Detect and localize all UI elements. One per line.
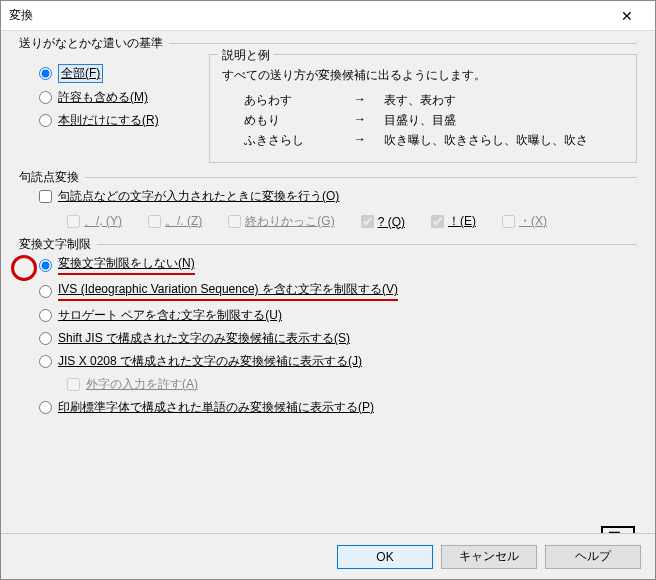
punct-y-check	[67, 215, 80, 228]
button-bar: OK キャンセル ヘルプ	[1, 533, 655, 579]
annotation-circle-icon	[11, 255, 37, 281]
okurigana-main-label[interactable]: 本則だけにする(R)	[58, 112, 159, 129]
divider	[19, 244, 637, 245]
okurigana-main-radio[interactable]	[39, 114, 52, 127]
charlimit-ivs-label[interactable]: IVS (Ideographic Variation Sequence) を含む…	[58, 281, 398, 301]
close-button[interactable]: ✕	[607, 2, 647, 30]
okurigana-permit-radio[interactable]	[39, 91, 52, 104]
charlimit-print-radio[interactable]	[39, 401, 52, 414]
punct-e-label: ！(E)	[448, 213, 476, 230]
window-title: 変換	[9, 7, 607, 24]
help-button[interactable]: ヘルプ	[545, 545, 641, 569]
charlimit-jis-label[interactable]: JIS X 0208 で構成された文字のみ変換候補に表示する(J)	[58, 353, 362, 370]
content-area: 送りがなとかな遣いの基準 全部(F) 許容も含める(M)	[1, 31, 655, 533]
punct-g-check	[228, 215, 241, 228]
charlimit-none-label[interactable]: 変換文字制限をしない(N)	[58, 255, 195, 275]
titlebar: 変換 ✕	[1, 1, 655, 31]
punctuation-group: 句読点変換 句読点などの文字が入力されたときに変換を行う(O) 、/, (Y) …	[19, 177, 637, 230]
charlimit-gaiji-label: 外字の入力を許す(A)	[86, 376, 198, 393]
charlimit-gaiji-check	[67, 378, 80, 391]
example-row: ふきさらし → 吹き曝し、吹きさらし、吹曝し、吹さ	[244, 132, 624, 149]
punct-q-label: ? (Q)	[378, 215, 405, 229]
explain-title: 説明と例	[218, 47, 274, 64]
okurigana-permit-label[interactable]: 許容も含める(M)	[58, 89, 148, 106]
example-row: めもり → 目盛り、目盛	[244, 112, 624, 129]
punct-x-label: ・(X)	[519, 213, 547, 230]
charlimit-jis-radio[interactable]	[39, 355, 52, 368]
explain-intro: すべての送り方が変換候補に出るようにします。	[222, 67, 624, 84]
punct-x-check	[502, 215, 515, 228]
example-table: あらわす → 表す、表わす めもり → 目盛り、目盛	[244, 92, 624, 149]
okurigana-group: 送りがなとかな遣いの基準 全部(F) 許容も含める(M)	[19, 43, 637, 163]
charlimit-surrogate-label[interactable]: サロゲート ペアを含む文字を制限する(U)	[58, 307, 282, 324]
punct-convert-check[interactable]	[39, 190, 52, 203]
figure-label: 図3	[601, 526, 635, 533]
cancel-button[interactable]: キャンセル	[441, 545, 537, 569]
okurigana-all-label[interactable]: 全部(F)	[58, 64, 103, 83]
charlimit-header: 変換文字制限	[19, 236, 97, 253]
divider	[19, 177, 637, 178]
okurigana-all-radio[interactable]	[39, 67, 52, 80]
charlimit-sjis-label[interactable]: Shift JIS で構成された文字のみ変換候補に表示する(S)	[58, 330, 350, 347]
punct-z-label: 。/. (Z)	[165, 213, 202, 230]
charlimit-none-radio[interactable]	[39, 259, 52, 272]
punctuation-header: 句読点変換	[19, 169, 85, 186]
punct-e-check	[431, 215, 444, 228]
punct-convert-label[interactable]: 句読点などの文字が入力されたときに変換を行う(O)	[58, 188, 339, 205]
example-row: あらわす → 表す、表わす	[244, 92, 624, 109]
charlimit-sjis-radio[interactable]	[39, 332, 52, 345]
charlimit-group: 変換文字制限 変換文字制限をしない(N) IVS (Ideographic Va…	[19, 244, 637, 416]
charlimit-surrogate-radio[interactable]	[39, 309, 52, 322]
charlimit-ivs-radio[interactable]	[39, 285, 52, 298]
dialog-window: 変換 ✕ 送りがなとかな遣いの基準 全部(F) 許容も含める(M)	[0, 0, 656, 580]
charlimit-print-label[interactable]: 印刷標準字体で構成された単語のみ変換候補に表示する(P)	[58, 399, 374, 416]
ok-button[interactable]: OK	[337, 545, 433, 569]
okurigana-header: 送りがなとかな遣いの基準	[19, 35, 169, 52]
punct-options-row: 、/, (Y) 。/. (Z) 終わりかっこ(G) ? (Q) ！(E) ・(X…	[67, 213, 637, 230]
punct-g-label: 終わりかっこ(G)	[245, 213, 334, 230]
punct-q-check	[361, 215, 374, 228]
explain-box: 説明と例 すべての送り方が変換候補に出るようにします。 あらわす → 表す、表わ…	[209, 54, 637, 163]
punct-z-check	[148, 215, 161, 228]
punct-y-label: 、/, (Y)	[84, 213, 122, 230]
